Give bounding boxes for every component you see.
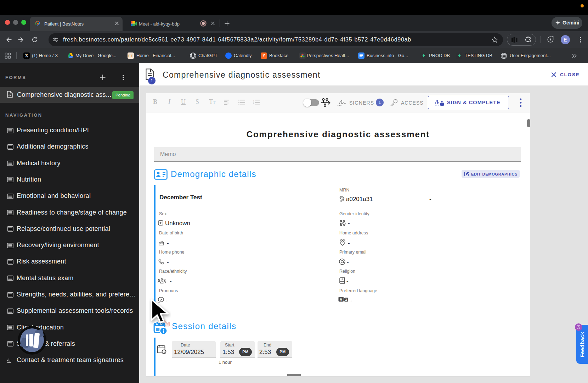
svg-text:1: 1	[253, 100, 254, 102]
svg-text:A: A	[340, 298, 342, 301]
svg-text:Z: Z	[345, 298, 347, 301]
svg-text:2: 2	[253, 102, 254, 104]
